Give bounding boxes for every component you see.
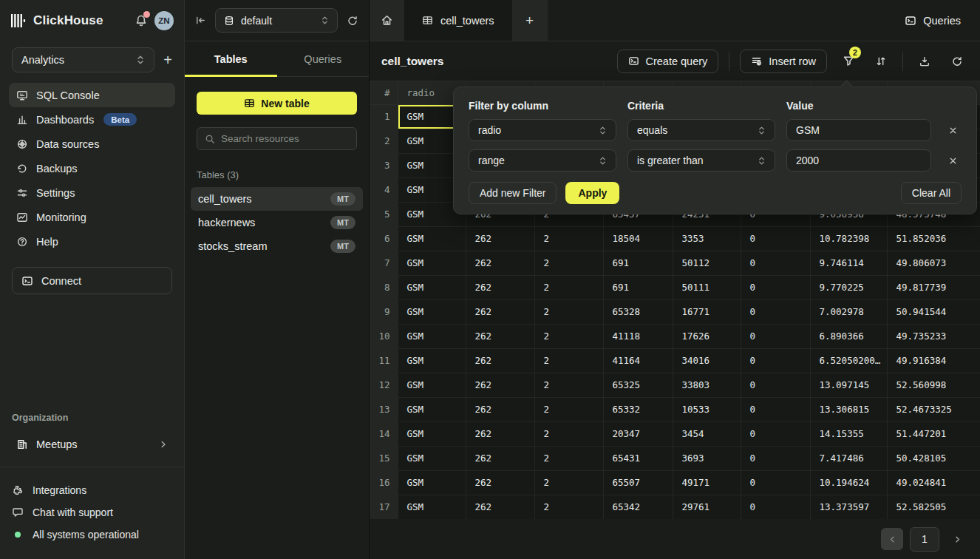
data-cell[interactable]: GSM xyxy=(398,397,466,421)
data-cell[interactable]: 65325 xyxy=(603,373,673,397)
sidebar-item-dashboards[interactable]: Dashboards Beta xyxy=(9,107,175,132)
data-cell[interactable]: 0 xyxy=(741,495,810,519)
data-cell[interactable]: 262 xyxy=(466,299,534,324)
data-cell[interactable]: 65332 xyxy=(603,397,673,421)
data-cell[interactable]: 262 xyxy=(466,251,534,275)
data-cell[interactable]: 33803 xyxy=(673,373,741,397)
data-cell[interactable]: GSM xyxy=(398,470,466,495)
data-cell[interactable]: 52.582505 xyxy=(887,495,980,519)
data-cell[interactable]: 49.806073 xyxy=(887,251,980,275)
data-cell[interactable]: 6.52050200… xyxy=(810,348,887,373)
database-select[interactable]: default xyxy=(215,8,338,33)
data-cell[interactable]: 41164 xyxy=(603,348,673,373)
home-button[interactable] xyxy=(370,0,404,41)
refresh-icon[interactable] xyxy=(347,15,358,27)
new-table-button[interactable]: New table xyxy=(197,92,357,115)
row-number-header[interactable]: # xyxy=(370,81,398,104)
filter-value-field[interactable] xyxy=(786,119,931,141)
data-cell[interactable]: 2 xyxy=(534,495,603,519)
data-cell[interactable]: 50111 xyxy=(673,275,741,299)
filter-value-input[interactable] xyxy=(796,155,922,166)
data-cell[interactable]: GSM xyxy=(398,251,466,275)
data-cell[interactable]: 262 xyxy=(466,348,534,373)
refresh-icon[interactable] xyxy=(946,50,968,72)
data-cell[interactable]: 2 xyxy=(534,421,603,446)
data-cell[interactable]: 2 xyxy=(534,251,603,275)
data-cell[interactable]: 691 xyxy=(603,275,673,299)
data-cell[interactable]: 14.15355 xyxy=(810,421,887,446)
data-cell[interactable]: 0 xyxy=(741,373,810,397)
data-cell[interactable]: 2 xyxy=(534,373,603,397)
data-cell[interactable]: GSM xyxy=(398,421,466,446)
data-cell[interactable]: 2 xyxy=(534,446,603,470)
data-cell[interactable]: 2 xyxy=(534,397,603,421)
data-cell[interactable]: 50112 xyxy=(673,251,741,275)
data-cell[interactable]: 51.852036 xyxy=(887,226,980,251)
data-cell[interactable]: 262 xyxy=(466,226,534,251)
data-cell[interactable]: 262 xyxy=(466,373,534,397)
data-cell[interactable]: 2 xyxy=(534,275,603,299)
data-cell[interactable]: 10533 xyxy=(673,397,741,421)
data-cell[interactable]: 262 xyxy=(466,275,534,299)
data-cell[interactable]: 2 xyxy=(534,324,603,348)
download-icon[interactable] xyxy=(913,50,936,72)
data-cell[interactable]: 0 xyxy=(741,470,810,495)
data-cell[interactable]: 262 xyxy=(466,446,534,470)
filter-column-select[interactable]: range xyxy=(469,149,616,172)
sidebar-item-monitoring[interactable]: Monitoring xyxy=(9,205,175,229)
data-cell[interactable]: 0 xyxy=(741,226,810,251)
data-cell[interactable]: 49.817739 xyxy=(887,275,980,299)
data-cell[interactable]: GSM xyxy=(398,226,466,251)
data-cell[interactable]: 2 xyxy=(534,226,603,251)
sidebar-item-integrations[interactable]: Integrations xyxy=(12,479,172,501)
data-cell[interactable]: GSM xyxy=(398,348,466,373)
next-page-button[interactable] xyxy=(946,528,968,550)
add-workspace-button[interactable]: + xyxy=(163,52,172,67)
data-cell[interactable]: 17626 xyxy=(673,324,741,348)
connect-button[interactable]: Connect xyxy=(12,267,172,294)
new-tab-button[interactable]: + xyxy=(512,0,548,41)
queries-button[interactable]: Queries xyxy=(905,15,961,27)
sidebar-item-meetups[interactable]: Meetups xyxy=(9,432,175,456)
data-cell[interactable]: 2 xyxy=(534,299,603,324)
filter-criteria-select[interactable]: is greater than xyxy=(627,149,775,172)
data-cell[interactable]: GSM xyxy=(398,299,466,324)
system-status[interactable]: All systems operational xyxy=(12,524,172,546)
data-cell[interactable]: 13.373597 xyxy=(810,495,887,519)
data-cell[interactable]: 0 xyxy=(741,446,810,470)
sidebar-item-backups[interactable]: Backups xyxy=(9,156,175,180)
data-cell[interactable]: 0 xyxy=(741,421,810,446)
sidebar-item-data-sources[interactable]: Data sources xyxy=(9,132,175,156)
avatar[interactable]: ZN xyxy=(154,11,174,30)
workspace-select[interactable]: Analytics xyxy=(12,47,154,72)
data-cell[interactable]: 29761 xyxy=(673,495,741,519)
data-cell[interactable]: 9.746114 xyxy=(810,251,887,275)
data-cell[interactable]: 6.890366 xyxy=(810,324,887,348)
filter-icon[interactable]: 2 xyxy=(837,50,860,72)
tab-queries[interactable]: Queries xyxy=(277,41,370,76)
data-cell[interactable]: 34016 xyxy=(673,348,741,373)
data-cell[interactable]: 52.560998 xyxy=(887,373,980,397)
data-cell[interactable]: 49.024841 xyxy=(887,470,980,495)
data-cell[interactable]: 0 xyxy=(741,299,810,324)
table-item-hackernews[interactable]: hackernews MT xyxy=(191,211,363,234)
data-cell[interactable]: 691 xyxy=(603,251,673,275)
data-cell[interactable]: 2 xyxy=(534,470,603,495)
data-cell[interactable]: 0 xyxy=(741,397,810,421)
table-item-stocks-stream[interactable]: stocks_stream MT xyxy=(191,234,363,258)
sidebar-item-sql-console[interactable]: SQL Console xyxy=(9,83,175,107)
data-cell[interactable]: 262 xyxy=(466,495,534,519)
data-cell[interactable]: GSM xyxy=(398,495,466,519)
data-cell[interactable]: 41118 xyxy=(603,324,673,348)
data-cell[interactable]: 10.782398 xyxy=(810,226,887,251)
data-cell[interactable]: 50.428105 xyxy=(887,446,980,470)
add-new-filter-button[interactable]: Add new Filter xyxy=(469,182,557,204)
create-query-button[interactable]: Create query xyxy=(617,50,719,73)
data-cell[interactable]: 262 xyxy=(466,397,534,421)
data-cell[interactable]: 49.735233 xyxy=(887,324,980,348)
table-item-cell-towers[interactable]: cell_towers MT xyxy=(191,187,363,211)
notifications-button[interactable] xyxy=(135,14,148,27)
sidebar-item-settings[interactable]: Settings xyxy=(9,180,175,205)
collapse-sidebar-icon[interactable] xyxy=(195,15,206,26)
search-input[interactable] xyxy=(221,133,349,144)
